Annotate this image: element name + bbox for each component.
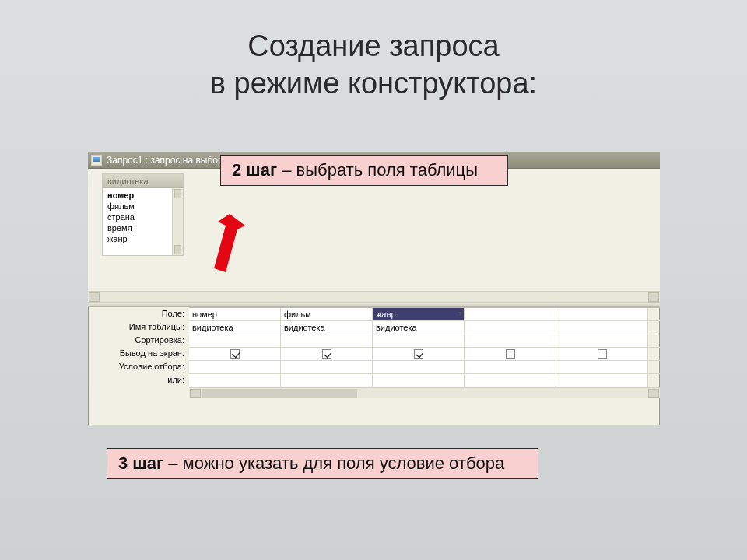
grid-cell-sort[interactable]	[465, 334, 556, 347]
grid-cell-field-active[interactable]: жанр	[373, 308, 465, 320]
query-designer-window: Запрос1 : запрос на выборку видиотека но…	[88, 152, 660, 425]
svg-marker-0	[214, 214, 245, 272]
source-table-panel[interactable]: видиотека номер фильм страна время жанр	[102, 173, 184, 256]
field-list-scrollbar[interactable]	[172, 188, 183, 255]
source-table-field-list[interactable]: номер фильм страна время жанр	[103, 188, 183, 255]
scroll-left-icon[interactable]	[190, 389, 201, 398]
tables-pane-hscroll[interactable]	[88, 291, 660, 302]
grid-cell-or[interactable]	[189, 374, 281, 387]
query-grid: номер фильм жанр видиотека видиотека вид…	[189, 307, 660, 398]
grid-cell-sort[interactable]	[281, 334, 373, 347]
scroll-left-icon[interactable]	[89, 292, 100, 302]
grid-cell-field[interactable]: фильм	[281, 308, 373, 320]
step3-bold: 3 шаг	[118, 453, 163, 473]
source-field-item[interactable]: жанр	[103, 233, 183, 244]
arrow-annotation-icon	[202, 210, 249, 280]
grid-cell-show[interactable]	[556, 348, 648, 360]
query-window-icon	[91, 155, 102, 166]
grid-row-table: видиотека видиотека видиотека	[189, 321, 660, 334]
label-field: Поле:	[88, 307, 184, 320]
grid-cell-or[interactable]	[465, 374, 556, 387]
grid-cell-criteria[interactable]	[281, 361, 373, 373]
source-table-header[interactable]: видиотека	[103, 174, 183, 188]
grid-cell-table[interactable]	[556, 321, 648, 334]
checkbox-icon[interactable]	[230, 349, 240, 359]
step3-text: – можно указать для поля условие отбора	[163, 453, 504, 473]
slide-title: Создание запроса в режиме конструктора:	[0, 28, 747, 102]
grid-cell-criteria[interactable]	[556, 361, 648, 373]
grid-cell-show[interactable]	[189, 348, 281, 360]
slide-title-line1: Создание запроса	[247, 30, 499, 62]
grid-cell-table[interactable]	[465, 321, 556, 334]
query-grid-zone: Поле: Имя таблицы: Сортировка: Вывод на …	[88, 307, 660, 425]
grid-row-or	[189, 374, 660, 387]
grid-cell-table[interactable]: видиотека	[373, 321, 465, 334]
grid-cell-criteria[interactable]	[373, 361, 465, 373]
grid-cell-show[interactable]	[465, 348, 556, 360]
tables-pane: видиотека номер фильм страна время жанр	[88, 169, 660, 303]
scroll-right-icon[interactable]	[648, 389, 659, 398]
label-show: Вывод на экран:	[88, 347, 184, 360]
step3-callout: 3 шаг – можно указать для поля условие о…	[107, 448, 538, 479]
grid-cell-or[interactable]	[556, 374, 648, 387]
label-table: Имя таблицы:	[88, 320, 184, 334]
slide-title-line2: в режиме конструктора:	[210, 67, 537, 100]
scroll-right-icon[interactable]	[648, 292, 659, 302]
checkbox-icon[interactable]	[414, 349, 423, 359]
grid-row-labels: Поле: Имя таблицы: Сортировка: Вывод на …	[88, 307, 189, 387]
window-title: Запрос1 : запрос на выборку	[107, 155, 232, 166]
grid-cell-field[interactable]	[556, 308, 648, 320]
grid-cell-table[interactable]: видиотека	[189, 321, 281, 334]
label-sort: Сортировка:	[88, 334, 184, 347]
checkbox-icon[interactable]	[322, 349, 331, 359]
step2-callout: 2 шаг – выбрать поля таблицы	[220, 155, 508, 186]
grid-row-criteria	[189, 361, 660, 374]
source-field-item[interactable]: страна	[103, 212, 183, 222]
grid-row-field: номер фильм жанр	[189, 308, 660, 321]
grid-hscroll[interactable]	[189, 387, 660, 398]
grid-cell-show[interactable]	[281, 348, 373, 360]
grid-cell-field-value: жанр	[376, 310, 396, 319]
grid-cell-sort[interactable]	[373, 334, 465, 347]
step2-bold: 2 шаг	[232, 160, 277, 180]
grid-cell-or[interactable]	[373, 374, 465, 387]
grid-cell-field[interactable]	[465, 308, 556, 320]
grid-cell-sort[interactable]	[556, 334, 648, 347]
grid-row-sort	[189, 334, 660, 348]
step2-text: – выбрать поля таблицы	[277, 160, 478, 180]
grid-cell-criteria[interactable]	[465, 361, 556, 373]
grid-cell-or[interactable]	[281, 374, 373, 387]
grid-cell-sort[interactable]	[189, 334, 281, 347]
grid-cell-show[interactable]	[373, 348, 465, 360]
grid-cell-table[interactable]: видиотека	[281, 321, 373, 334]
grid-cell-criteria[interactable]	[189, 361, 281, 373]
grid-row-show	[189, 348, 660, 361]
label-criteria: Условие отбора:	[88, 360, 184, 373]
source-field-item[interactable]: время	[103, 222, 183, 233]
checkbox-icon[interactable]	[598, 349, 607, 359]
checkbox-icon[interactable]	[506, 349, 515, 359]
grid-cell-field[interactable]: номер	[189, 308, 281, 320]
source-field-item[interactable]: фильм	[103, 201, 183, 212]
source-field-item[interactable]: номер	[103, 190, 183, 201]
scroll-thumb[interactable]	[202, 389, 357, 398]
label-or: или:	[88, 373, 184, 387]
